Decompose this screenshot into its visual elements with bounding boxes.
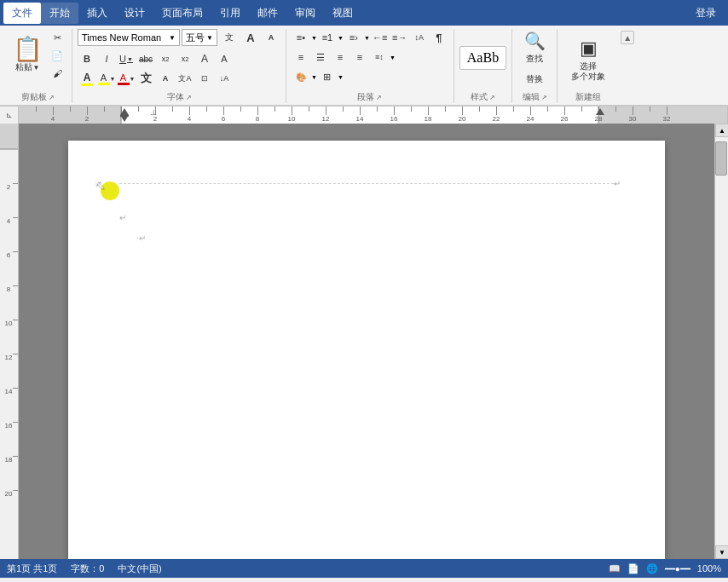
- menu-insert[interactable]: 插入: [78, 3, 116, 24]
- line-spacing-dropdown[interactable]: ▼: [390, 55, 396, 61]
- ribbon-collapse-button[interactable]: ▲: [621, 31, 634, 44]
- phonetic-button[interactable]: 文A: [176, 70, 194, 87]
- increase-font-size-button[interactable]: A: [241, 29, 260, 46]
- multilevel-dropdown[interactable]: ▼: [364, 35, 370, 41]
- section-break-area: ↵: [119, 175, 614, 192]
- format-painter-button[interactable]: 🖌: [48, 65, 66, 82]
- login-button[interactable]: 登录: [687, 3, 725, 24]
- menu-view[interactable]: 视图: [324, 3, 361, 24]
- text-color-dropdown[interactable]: ▼: [130, 76, 136, 82]
- view-mode-print[interactable]: 📄: [627, 563, 639, 574]
- editing-dialog-launcher[interactable]: ↗: [541, 94, 547, 101]
- font-size-A-button[interactable]: A: [156, 70, 175, 87]
- line-spacing-button[interactable]: ≡↕: [370, 49, 389, 66]
- sort-button[interactable]: ↕A: [410, 29, 429, 46]
- borders-dropdown[interactable]: ▼: [338, 74, 344, 80]
- replace-button[interactable]: 替换: [517, 69, 552, 89]
- center-tab-marker[interactable]: ┴: [151, 110, 156, 118]
- paste-button[interactable]: 📋 粘贴 ▼: [9, 29, 46, 82]
- normal-style-button[interactable]: AaBb: [459, 46, 506, 70]
- highlight-dropdown[interactable]: ▼: [110, 76, 116, 82]
- cut-copy-column: ✂ 📄 🖌: [48, 29, 66, 82]
- text-effects-button[interactable]: A: [215, 50, 234, 67]
- font-size-large-button[interactable]: 文: [136, 70, 155, 87]
- cut-button[interactable]: ✂: [48, 29, 66, 46]
- right-indent-marker[interactable]: [595, 107, 605, 119]
- italic-button[interactable]: I: [97, 50, 116, 67]
- empty-doc-space[interactable]: [119, 246, 614, 559]
- paragraph-dialog-launcher[interactable]: ↗: [376, 94, 382, 101]
- wubi-input-button[interactable]: 文: [219, 29, 240, 46]
- paragraph-row2: ≡ ☰ ≡ ≡ ≡↕ ▼: [292, 49, 396, 66]
- clipboard-label: 剪贴板 ↗: [9, 89, 66, 103]
- menu-mail[interactable]: 邮件: [249, 3, 286, 24]
- multilevel-button[interactable]: ≡›: [344, 29, 363, 46]
- copy-button[interactable]: 📄: [48, 47, 66, 64]
- numbering-dropdown[interactable]: ▼: [338, 35, 344, 41]
- menu-layout[interactable]: 页面布局: [153, 3, 211, 24]
- highlight-button[interactable]: A ▼: [97, 70, 116, 87]
- font-color-button[interactable]: A: [78, 70, 96, 87]
- menu-home[interactable]: 开始: [41, 3, 78, 24]
- status-right: 📖 📄 🌐 ━━●━━ 100%: [609, 563, 721, 574]
- ruler-corner[interactable]: ⊾: [0, 107, 19, 124]
- menu-references[interactable]: 引用: [211, 3, 249, 24]
- clear-format-button[interactable]: A: [195, 50, 214, 67]
- paste-label-row: 粘贴 ▼: [15, 61, 40, 73]
- menu-design[interactable]: 设计: [116, 3, 153, 24]
- font-dialog-launcher[interactable]: ↗: [186, 94, 192, 101]
- view-mode-web[interactable]: 🌐: [646, 563, 658, 574]
- underline-button[interactable]: U ▼: [117, 50, 136, 67]
- paragraph-2[interactable]: ·↵: [119, 229, 614, 246]
- align-left-button[interactable]: ≡: [292, 49, 310, 66]
- font-name-selector[interactable]: Times New Roman ▼: [78, 29, 180, 46]
- bold-button[interactable]: B: [78, 50, 96, 67]
- styles-dialog-launcher[interactable]: ↗: [489, 94, 495, 101]
- view-mode-read[interactable]: 📖: [609, 563, 621, 574]
- document-page[interactable]: ↵ ↵ ·↵: [68, 141, 665, 559]
- numbering-button[interactable]: ≡1: [318, 29, 337, 46]
- superscript-button[interactable]: x2: [176, 50, 194, 67]
- font-size-dropdown[interactable]: ▼: [206, 34, 213, 42]
- scroll-up-button[interactable]: ▲: [715, 124, 728, 137]
- char-border-button[interactable]: ⊡: [195, 70, 214, 87]
- subscript-button[interactable]: x2: [156, 50, 175, 67]
- left-indent-marker[interactable]: [119, 107, 130, 124]
- scroll-down-button[interactable]: ▼: [715, 545, 728, 559]
- align-center-button[interactable]: ☰: [311, 49, 330, 66]
- shading-button[interactable]: 🎨: [292, 68, 310, 85]
- paragraph-group-content: ≡• ▼ ≡1 ▼ ≡› ▼ ←≡ ≡→ ↕A ¶ ≡ ☰ ≡ ≡ ≡↕: [292, 29, 448, 89]
- clipboard-dialog-launcher[interactable]: ↗: [49, 94, 55, 101]
- paste-dropdown[interactable]: ▼: [33, 64, 40, 72]
- scroll-thumb[interactable]: [715, 141, 727, 176]
- select-multi-button[interactable]: ▣ 选择多个对象: [563, 35, 614, 84]
- document-area[interactable]: ↵ ↵ ·↵ ↖: [19, 124, 714, 559]
- text-color-button[interactable]: A ▼: [117, 70, 136, 87]
- menu-review[interactable]: 审阅: [286, 3, 324, 24]
- borders-button[interactable]: ⊞: [318, 68, 337, 85]
- svg-rect-7: [120, 115, 129, 117]
- underline-dropdown[interactable]: ▼: [127, 56, 133, 62]
- font-size-selector[interactable]: 五号 ▼: [182, 29, 217, 46]
- paragraph-1[interactable]: ↵: [119, 209, 614, 226]
- font-group: Times New Roman ▼ 五号 ▼ 文 A A B I: [74, 29, 286, 103]
- font-group-content: Times New Roman ▼ 五号 ▼ 文 A A B I: [78, 29, 280, 89]
- menu-file[interactable]: 文件: [3, 3, 41, 24]
- justify-button[interactable]: ≡: [350, 49, 369, 66]
- align-right-button[interactable]: ≡: [331, 49, 350, 66]
- show-marks-button[interactable]: ¶: [430, 29, 448, 46]
- bullets-dropdown[interactable]: ▼: [311, 35, 317, 41]
- bullets-button[interactable]: ≡•: [292, 29, 310, 46]
- svg-marker-5: [120, 108, 129, 115]
- text-direction-button[interactable]: ↓A: [215, 70, 234, 87]
- strikethrough-button[interactable]: abc: [136, 50, 155, 67]
- scroll-track[interactable]: [715, 137, 728, 545]
- paragraph-row3: 🎨 ▼ ⊞ ▼: [292, 68, 344, 85]
- font-name-dropdown[interactable]: ▼: [169, 34, 176, 42]
- shading-dropdown[interactable]: ▼: [311, 74, 317, 80]
- find-button[interactable]: 🔍 查找: [517, 29, 552, 66]
- increase-indent-button[interactable]: ≡→: [390, 29, 409, 46]
- zoom-slider[interactable]: ━━●━━: [665, 564, 690, 573]
- decrease-indent-button[interactable]: ←≡: [371, 29, 390, 46]
- ribbon-collapse-area: ▲: [621, 29, 634, 103]
